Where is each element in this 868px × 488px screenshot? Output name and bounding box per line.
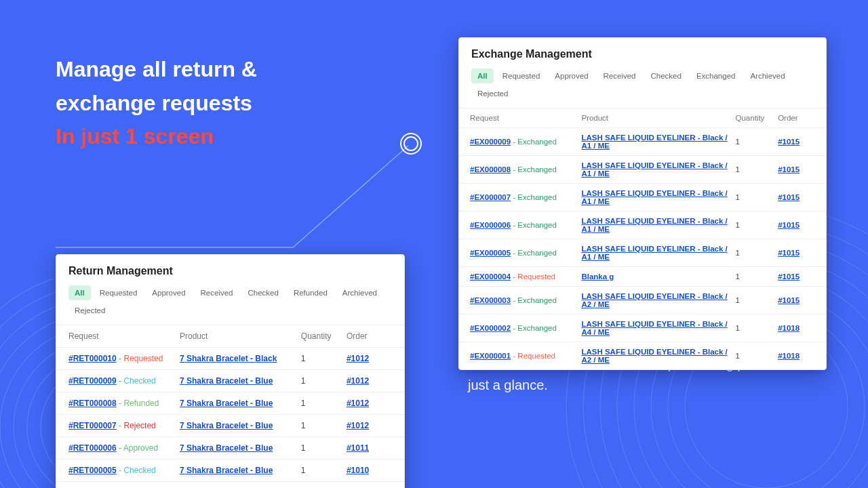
status-badge: Exchanged	[517, 193, 557, 201]
tab-received[interactable]: Received	[597, 68, 642, 83]
col-order: Order	[778, 114, 815, 122]
status-badge: Rejected	[123, 421, 155, 430]
tab-requested[interactable]: Requested	[94, 285, 144, 300]
exchange-product-link[interactable]: LASH SAFE LIQUID EYELINER - Black / A2 /…	[581, 348, 727, 364]
exchange-request-link[interactable]: #EX000006	[470, 221, 511, 229]
exchange-order-link[interactable]: #1015	[778, 272, 800, 281]
exchange-request-link[interactable]: #EX000003	[470, 296, 511, 304]
status-badge: Exchanged	[517, 138, 557, 146]
exchange-order-link[interactable]: #1015	[778, 193, 800, 201]
col-quantity: Quantity	[736, 114, 778, 122]
return-product-link[interactable]: 7 Shakra Bracelet - Blue	[180, 376, 273, 386]
exchange-order-link[interactable]: #1018	[778, 324, 800, 332]
col-order: Order	[347, 331, 392, 341]
table-row: #RET000007 - Rejected 7 Shakra Bracelet …	[56, 415, 404, 437]
exchange-request-link[interactable]: #EX000009	[470, 138, 511, 146]
quantity-value: 1	[736, 272, 778, 281]
quantity-value: 1	[301, 443, 347, 453]
tab-rejected[interactable]: Rejected	[68, 303, 111, 318]
col-quantity: Quantity	[301, 331, 347, 341]
return-order-link[interactable]: #1012	[347, 376, 369, 386]
quantity-value: 1	[301, 399, 347, 408]
exchange-request-link[interactable]: #EX000005	[470, 249, 511, 257]
table-row: #EX000005 - Exchanged LASH SAFE LIQUID E…	[459, 239, 826, 267]
col-request: Request	[68, 331, 180, 341]
return-table-header: Request Product Quantity Order	[56, 325, 404, 348]
status-badge: Refunded	[123, 399, 159, 408]
exchange-panel-title: Exchange Management	[459, 38, 826, 68]
quantity-value: 1	[736, 352, 778, 360]
return-request-link[interactable]: #RET000009	[68, 376, 117, 386]
return-request-link[interactable]: #RET000008	[68, 399, 117, 408]
table-row: #RET000005 - Checked 7 Shakra Bracelet -…	[56, 460, 404, 482]
tab-exchanged[interactable]: Exchanged	[690, 68, 742, 83]
exchange-table-header: Request Product Quantity Order	[459, 108, 826, 128]
table-row: #EX000003 - Exchanged LASH SAFE LIQUID E…	[459, 287, 826, 314]
exchange-product-link[interactable]: LASH SAFE LIQUID EYELINER - Black / A1 /…	[581, 189, 727, 205]
exchange-product-link[interactable]: Blanka g	[581, 272, 614, 281]
return-product-link[interactable]: 7 Shakra Bracelet - Blue	[180, 421, 273, 430]
tab-all[interactable]: All	[68, 285, 91, 300]
return-order-link[interactable]: #1012	[347, 354, 369, 363]
tab-checked[interactable]: Checked	[645, 68, 688, 83]
exchange-product-link[interactable]: LASH SAFE LIQUID EYELINER - Black / A4 /…	[581, 320, 727, 336]
return-request-link[interactable]: #RET000010	[68, 354, 117, 363]
tab-all[interactable]: All	[471, 68, 494, 83]
table-row: #EX000001 - Requested LASH SAFE LIQUID E…	[459, 342, 826, 369]
status-badge: Requested	[517, 272, 555, 281]
return-product-link[interactable]: 7 Shakra Bracelet - Blue	[180, 399, 273, 408]
exchange-management-panel: Exchange Management AllRequestedApproved…	[458, 37, 827, 370]
return-management-panel: Return Management AllRequestedApprovedRe…	[56, 254, 405, 488]
tab-rejected[interactable]: Rejected	[471, 86, 514, 101]
tab-received[interactable]: Received	[195, 285, 239, 300]
table-row: #EX000007 - Exchanged LASH SAFE LIQUID E…	[459, 184, 826, 211]
status-badge: Exchanged	[517, 249, 557, 257]
status-badge: Exchanged	[517, 324, 557, 332]
quantity-value: 1	[301, 466, 347, 475]
return-request-link[interactable]: #RET000006	[68, 443, 117, 453]
exchange-order-link[interactable]: #1015	[778, 221, 800, 229]
tab-refunded[interactable]: Refunded	[288, 285, 334, 300]
tab-archieved[interactable]: Archieved	[744, 68, 791, 83]
return-product-link[interactable]: 7 Shakra Bracelet - Blue	[180, 443, 273, 453]
return-product-link[interactable]: 7 Shakra Bracelet - Black	[180, 354, 277, 363]
table-row: #EX000008 - Exchanged LASH SAFE LIQUID E…	[459, 156, 826, 184]
headline-line2: exchange requests	[56, 91, 252, 115]
return-order-link[interactable]: #1010	[347, 466, 369, 475]
exchange-order-link[interactable]: #1015	[778, 138, 800, 146]
exchange-panel-tabs: AllRequestedApprovedReceivedCheckedExcha…	[459, 68, 826, 108]
col-request: Request	[470, 114, 581, 122]
return-order-link[interactable]: #1012	[347, 421, 369, 430]
quantity-value: 1	[301, 421, 347, 430]
quantity-value: 1	[301, 354, 347, 363]
status-badge: Exchanged	[517, 296, 557, 304]
return-product-link[interactable]: 7 Shakra Bracelet - Blue	[180, 466, 273, 475]
exchange-product-link[interactable]: LASH SAFE LIQUID EYELINER - Black / A2 /…	[581, 292, 727, 308]
return-request-link[interactable]: #RET000007	[68, 421, 117, 430]
exchange-product-link[interactable]: LASH SAFE LIQUID EYELINER - Black / A1 /…	[581, 161, 727, 178]
return-request-link[interactable]: #RET000005	[68, 466, 117, 475]
exchange-request-link[interactable]: #EX000001	[470, 352, 511, 360]
tab-approved[interactable]: Approved	[146, 285, 191, 300]
tab-checked[interactable]: Checked	[242, 285, 285, 300]
exchange-order-link[interactable]: #1015	[778, 249, 800, 257]
status-badge: Checked	[123, 466, 155, 475]
tab-approved[interactable]: Approved	[549, 68, 594, 83]
exchange-product-link[interactable]: LASH SAFE LIQUID EYELINER - Black / A1 /…	[581, 245, 727, 261]
return-panel-title: Return Management	[56, 255, 404, 285]
tab-archieved[interactable]: Archieved	[336, 285, 383, 300]
exchange-product-link[interactable]: LASH SAFE LIQUID EYELINER - Black / A1 /…	[581, 134, 727, 150]
exchange-order-link[interactable]: #1015	[778, 296, 800, 304]
return-order-link[interactable]: #1011	[347, 443, 369, 453]
exchange-request-link[interactable]: #EX000004	[470, 272, 511, 281]
exchange-order-link[interactable]: #1018	[778, 352, 800, 360]
headline: Manage all return & exchange requests In…	[56, 53, 257, 154]
tab-requested[interactable]: Requested	[496, 68, 547, 83]
exchange-request-link[interactable]: #EX000007	[470, 193, 511, 201]
exchange-request-link[interactable]: #EX000002	[470, 324, 511, 332]
exchange-order-link[interactable]: #1015	[778, 165, 800, 174]
return-order-link[interactable]: #1012	[347, 399, 369, 408]
exchange-product-link[interactable]: LASH SAFE LIQUID EYELINER - Black / A1 /…	[581, 217, 727, 233]
table-row: #EX000004 - Requested Blanka g 1 #1015	[459, 267, 826, 287]
exchange-request-link[interactable]: #EX000008	[470, 165, 511, 174]
